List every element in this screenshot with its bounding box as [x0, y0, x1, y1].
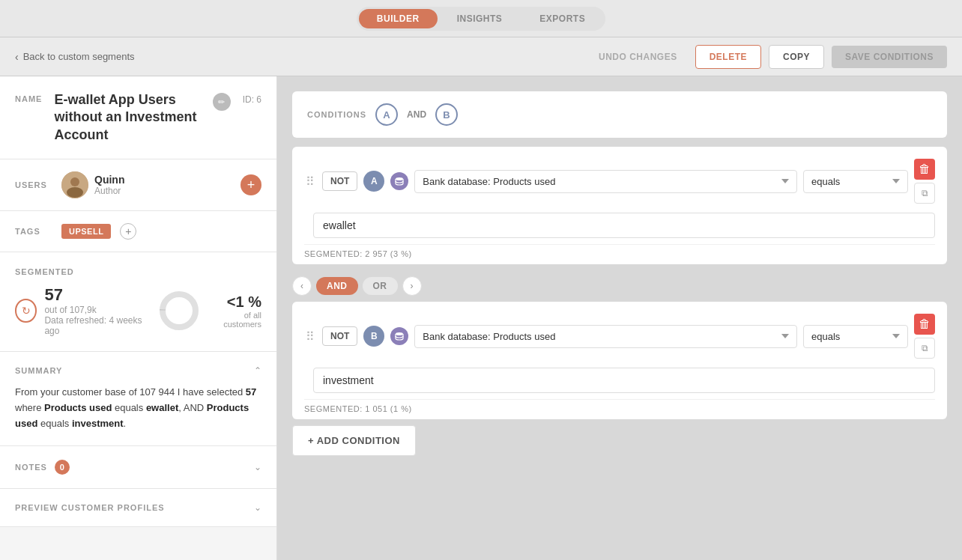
drag-handle-a[interactable]: ⠿	[304, 174, 316, 189]
chevron-left-icon: ‹	[15, 51, 19, 63]
db-icon-b	[390, 327, 408, 345]
copy-icon-a: ⧉	[922, 188, 928, 198]
segment-title: E-wallet App Users without an Investment…	[54, 91, 200, 144]
percent-value: <1 %	[209, 293, 261, 311]
copy-button[interactable]: COPY	[769, 45, 824, 69]
preview-label: PREVIEW CUSTOMER PROFILES	[15, 503, 165, 512]
and-label: AND	[407, 109, 426, 120]
chevron-down-icon-preview: ⌄	[254, 502, 261, 513]
db-field-select-a[interactable]: Bank database: Products usedBank databas…	[414, 170, 797, 193]
badge-b: B	[435, 103, 458, 126]
trash-icon-a: 🗑	[919, 162, 931, 176]
condition-b-block: ⠿ NOT B Bank database: Products usedBank…	[292, 302, 947, 419]
value-row-a	[304, 213, 935, 241]
preview-left: PREVIEW CUSTOMER PROFILES	[15, 503, 165, 512]
copy-condition-b[interactable]: ⧉	[914, 338, 935, 359]
svg-point-3	[163, 294, 196, 327]
prev-arrow[interactable]: ‹	[292, 276, 312, 296]
notes-badge: 0	[55, 460, 70, 475]
not-button-a[interactable]: NOT	[322, 171, 357, 191]
segmented-header: SEGMENTED	[15, 267, 261, 276]
undo-button[interactable]: UNDO CHANGES	[588, 46, 688, 68]
users-label: USERS	[15, 180, 52, 189]
segment-name-section: NAME E-wallet App Users without an Inves…	[0, 76, 276, 159]
sub-count: out of 107,9k	[44, 305, 148, 315]
conditions-header: CONDITIONS A AND B	[292, 91, 947, 138]
badge-a: A	[375, 103, 398, 126]
summary-label: SUMMARY	[15, 366, 62, 375]
value-input-b[interactable]	[313, 368, 935, 393]
back-link[interactable]: ‹ Back to custom segments	[15, 51, 135, 63]
add-tag-button[interactable]: +	[120, 223, 136, 240]
value-row-b	[304, 368, 935, 396]
drag-handle-b[interactable]: ⠿	[304, 329, 316, 344]
tab-exports[interactable]: EXPORTS	[521, 9, 603, 28]
data-refreshed: Data refreshed: 4 weeks ago	[44, 315, 148, 336]
db-field-select-b[interactable]: Bank database: Products usedBank databas…	[414, 325, 797, 348]
or-button[interactable]: OR	[363, 277, 398, 295]
svg-point-2	[67, 187, 83, 198]
and-or-row: ‹ AND OR ›	[292, 270, 947, 302]
segmented-info-b: SEGMENTED: 1 051 (1 %)	[304, 399, 935, 413]
sub-header: ‹ Back to custom segments UNDO CHANGES D…	[0, 37, 962, 76]
refresh-icon[interactable]: ↻	[15, 299, 37, 323]
svg-point-6	[396, 332, 403, 335]
avatar-image	[61, 171, 88, 198]
donut-chart	[157, 288, 202, 333]
action-btns-a: 🗑 ⧉	[914, 159, 935, 204]
save-conditions-button[interactable]: SAVE CONDITIONS	[832, 46, 947, 68]
svg-point-5	[396, 177, 403, 180]
segmented-info-a: SEGMENTED: 2 957 (3 %)	[304, 244, 935, 258]
left-panel: NAME E-wallet App Users without an Inves…	[0, 76, 277, 560]
user-name: Quinn	[94, 174, 124, 186]
summary-header: SUMMARY ⌃	[15, 365, 261, 376]
summary-text: From your customer base of 107 944 I hav…	[15, 385, 261, 431]
users-section: USERS Quinn Author +	[0, 159, 276, 211]
condition-a-block: ⠿ NOT A Bank database: Products usedBank…	[292, 147, 947, 264]
next-arrow[interactable]: ›	[402, 276, 422, 296]
not-button-b[interactable]: NOT	[322, 326, 357, 346]
segment-id: ID: 6	[243, 94, 261, 105]
main-layout: NAME E-wallet App Users without an Inves…	[0, 76, 962, 560]
chevron-down-icon: ⌄	[254, 462, 261, 472]
value-input-a[interactable]	[313, 213, 935, 238]
user-role: Author	[94, 186, 124, 196]
tags-label: TAGS	[15, 227, 52, 236]
and-button[interactable]: AND	[316, 277, 358, 295]
condition-b-row: ⠿ NOT B Bank database: Products usedBank…	[304, 314, 935, 359]
user-item: Quinn Author	[61, 171, 232, 198]
preview-section[interactable]: PREVIEW CUSTOMER PROFILES ⌄	[0, 489, 276, 527]
tag-upsell[interactable]: UPSELL	[61, 224, 111, 239]
tab-builder[interactable]: BUILDER	[359, 9, 438, 28]
chevron-up-icon[interactable]: ⌃	[254, 365, 261, 376]
trash-icon-b: 🗑	[919, 317, 931, 331]
notes-section[interactable]: NOTES 0 ⌄	[0, 446, 276, 489]
segmented-right: <1 % of all customers	[209, 293, 261, 329]
action-btns-b: 🗑 ⧉	[914, 314, 935, 359]
operator-select-a[interactable]: equalsnot equalscontainsnot contains	[803, 170, 908, 193]
tab-group: BUILDER INSIGHTS EXPORTS	[357, 7, 605, 31]
name-label: NAME	[15, 94, 42, 103]
svg-point-1	[70, 177, 79, 186]
top-nav: BUILDER INSIGHTS EXPORTS	[0, 0, 962, 37]
badge-b-circle: B	[363, 326, 384, 347]
back-label: Back to custom segments	[23, 51, 135, 62]
segmented-left: ↻ 57 out of 107,9k Data refreshed: 4 wee…	[15, 285, 149, 336]
delete-condition-a[interactable]: 🗑	[914, 159, 935, 180]
delete-condition-b[interactable]: 🗑	[914, 314, 935, 335]
operator-select-b[interactable]: equalsnot equalscontainsnot contains	[803, 325, 908, 348]
notes-label: NOTES	[15, 463, 47, 472]
add-condition-button[interactable]: + ADD CONDITION	[292, 425, 416, 456]
edit-icon[interactable]: ✏	[213, 93, 231, 111]
segmented-numbers: 57 out of 107,9k Data refreshed: 4 weeks…	[44, 285, 148, 336]
db-icon-a	[390, 172, 408, 190]
segmented-content: ↻ 57 out of 107,9k Data refreshed: 4 wee…	[15, 285, 261, 336]
add-user-button[interactable]: +	[240, 174, 261, 195]
main-count: 57	[44, 285, 148, 305]
header-actions: UNDO CHANGES DELETE COPY SAVE CONDITIONS	[588, 45, 947, 69]
tab-insights[interactable]: INSIGHTS	[439, 9, 521, 28]
delete-button[interactable]: DELETE	[695, 45, 761, 69]
summary-section: SUMMARY ⌃ From your customer base of 107…	[0, 352, 276, 445]
copy-condition-a[interactable]: ⧉	[914, 183, 935, 204]
avatar	[61, 171, 88, 198]
